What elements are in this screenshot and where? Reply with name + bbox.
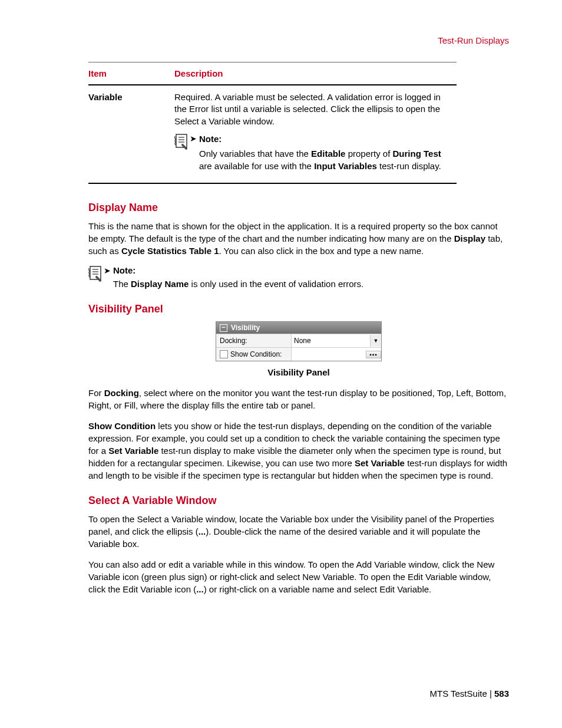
table-header-description: Description bbox=[174, 62, 457, 85]
svg-rect-4 bbox=[90, 266, 101, 279]
docking-select[interactable]: None bbox=[292, 335, 370, 347]
heading-display-name: Display Name bbox=[88, 202, 509, 214]
note-icon: ➤ bbox=[174, 133, 194, 151]
note-block: ➤ Note: The Display Name is only used in… bbox=[88, 265, 509, 290]
note-arrow-icon: ➤ bbox=[104, 266, 111, 275]
table-cell-item: Variable bbox=[88, 85, 174, 183]
properties-table: Item Description Variable Required. A va… bbox=[88, 62, 457, 184]
show-condition-checkbox[interactable] bbox=[220, 350, 228, 358]
note-body: Only variables that have the Editable pr… bbox=[199, 147, 453, 172]
heading-visibility-panel: Visibility Panel bbox=[88, 303, 509, 315]
show-condition-label: Show Condition: bbox=[230, 350, 282, 358]
docking-label: Docking: bbox=[216, 334, 292, 347]
note-block: ➤ Note: Only variables that have the Edi… bbox=[174, 133, 453, 172]
footer-product: MTS TestSuite bbox=[429, 689, 487, 699]
collapse-icon[interactable]: − bbox=[220, 324, 227, 332]
ellipsis-button[interactable]: ▪▪▪ bbox=[366, 351, 381, 358]
note-body: The Display Name is only used in the eve… bbox=[113, 278, 509, 290]
visibility-panel-figure: − Visibility Docking: None ▼ Show Condit… bbox=[216, 321, 382, 361]
footer-page-number: 583 bbox=[494, 689, 509, 699]
show-condition-paragraph: Show Condition lets you show or hide the… bbox=[88, 420, 509, 482]
select-variable-paragraph-2: You can also add or edit a variable whil… bbox=[88, 558, 509, 595]
show-condition-row: Show Condition: ▪▪▪ bbox=[216, 347, 381, 361]
figure-caption: Visibility Panel bbox=[88, 367, 509, 377]
select-variable-paragraph-1: To open the Select a Variable window, lo… bbox=[88, 513, 509, 550]
heading-select-variable: Select A Variable Window bbox=[88, 495, 509, 507]
docking-row: Docking: None ▼ bbox=[216, 334, 381, 347]
note-arrow-icon: ➤ bbox=[190, 134, 197, 143]
show-condition-input[interactable] bbox=[292, 351, 366, 358]
svg-rect-0 bbox=[176, 134, 187, 147]
note-title: Note: bbox=[113, 265, 509, 275]
note-icon: ➤ bbox=[88, 265, 108, 283]
header-section: Test-Run Displays bbox=[88, 35, 509, 45]
table-header-item: Item bbox=[88, 62, 174, 85]
note-title: Note: bbox=[199, 133, 453, 145]
visibility-panel-title: Visibility bbox=[231, 324, 260, 332]
visibility-panel-header[interactable]: − Visibility bbox=[216, 322, 381, 334]
variable-description-text: Required. A variable must be selected. A… bbox=[174, 92, 441, 126]
docking-paragraph: For Docking, select where on the monitor… bbox=[88, 387, 509, 411]
page-footer: MTS TestSuite | 583 bbox=[429, 689, 509, 699]
table-row: Variable Required. A variable must be se… bbox=[88, 85, 457, 183]
table-cell-description: Required. A variable must be selected. A… bbox=[174, 85, 457, 183]
dropdown-icon[interactable]: ▼ bbox=[370, 335, 381, 347]
display-name-paragraph: This is the name that is shown for the o… bbox=[88, 220, 509, 257]
